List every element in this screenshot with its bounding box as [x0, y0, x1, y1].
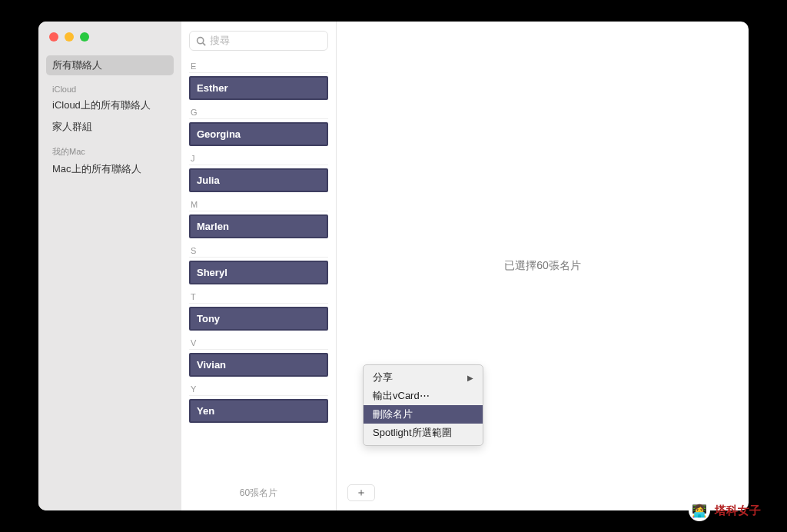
sidebar-item-mac-all[interactable]: Mac上的所有聯絡人	[46, 159, 174, 179]
sidebar: 所有聯絡人 iCloud iCloud上的所有聯絡人 家人群組 我的Mac Ma…	[38, 22, 181, 510]
menu-item-share[interactable]: 分享 ▶	[364, 368, 483, 387]
section-header: M	[189, 194, 328, 211]
detail-status: 已選擇60張名片	[504, 259, 581, 273]
section-header: T	[189, 286, 328, 304]
chevron-right-icon: ▶	[467, 374, 473, 382]
contacts-count: 60張名片	[181, 480, 336, 510]
menu-item-delete-card[interactable]: 刪除名片	[364, 405, 483, 424]
watermark-icon: 👩‍💻	[689, 500, 710, 521]
svg-point-0	[198, 37, 204, 43]
section-header: S	[189, 240, 328, 258]
watermark-text: 塔科女子	[715, 504, 761, 518]
search-icon	[196, 36, 206, 46]
contacts-list[interactable]: E Esther G Georgina J Julia M Marlen S S…	[181, 54, 336, 480]
contact-row[interactable]: Georgina	[189, 122, 328, 146]
menu-item-spotlight[interactable]: Spotlight所選範圍	[364, 424, 483, 442]
section-header: G	[189, 101, 328, 119]
contact-row[interactable]: Sheryl	[189, 261, 328, 284]
contact-row[interactable]: Vivian	[189, 353, 328, 377]
section-header: V	[189, 332, 328, 350]
contacts-window: 所有聯絡人 iCloud iCloud上的所有聯絡人 家人群組 我的Mac Ma…	[38, 22, 749, 510]
minimize-icon[interactable]	[65, 32, 74, 42]
window-controls	[49, 32, 174, 42]
contact-row[interactable]: Yen	[189, 399, 328, 423]
sidebar-item-family[interactable]: 家人群組	[46, 117, 174, 137]
menu-item-label: 分享	[373, 371, 393, 384]
section-header: E	[189, 55, 328, 73]
contact-row[interactable]: Marlen	[189, 214, 328, 238]
add-contact-button[interactable]: ＋	[347, 484, 375, 501]
fullscreen-icon[interactable]	[80, 32, 89, 42]
section-header: J	[189, 148, 328, 165]
section-header: Y	[189, 378, 328, 396]
contact-row[interactable]: Esther	[189, 76, 328, 100]
sidebar-group-icloud: iCloud	[46, 81, 174, 95]
search-placeholder: 搜尋	[210, 34, 230, 48]
close-icon[interactable]	[49, 32, 58, 42]
menu-item-export-vcard[interactable]: 輸出vCard⋯	[364, 387, 483, 405]
contact-row[interactable]: Tony	[189, 307, 328, 331]
watermark: 👩‍💻 塔科女子	[689, 500, 761, 521]
search-input[interactable]: 搜尋	[189, 31, 328, 51]
contacts-list-column: 搜尋 E Esther G Georgina J Julia M Marlen …	[181, 22, 337, 510]
context-menu: 分享 ▶ 輸出vCard⋯ 刪除名片 Spotlight所選範圍	[363, 364, 483, 446]
contact-row[interactable]: Julia	[189, 168, 328, 192]
sidebar-group-mymac: 我的Mac	[46, 143, 174, 159]
sidebar-item-all-contacts[interactable]: 所有聯絡人	[46, 55, 174, 75]
sidebar-item-icloud-all[interactable]: iCloud上的所有聯絡人	[46, 95, 174, 115]
svg-line-1	[203, 42, 205, 45]
